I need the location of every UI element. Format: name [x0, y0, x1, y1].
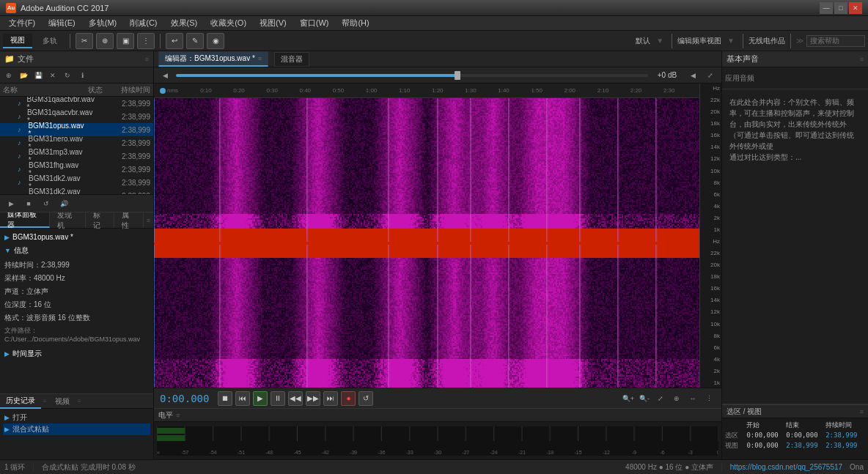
freq-label-20: 10k: [700, 321, 721, 327]
toolbar-btn2[interactable]: ⊕: [96, 33, 114, 49]
freq-label-16: 18k: [700, 273, 721, 280]
pause-btn[interactable]: ⏸: [271, 391, 285, 406]
sel-panel-header: 选区 / 视图 ≡: [722, 405, 868, 418]
close-button[interactable]: ✕: [849, 2, 862, 14]
editor-tab-main[interactable]: 编辑器：BGM31opus.wav * ≡: [158, 51, 268, 67]
left-panel: 📁 文件 ≡ ⊕ 📂 💾 ✕ ↻ ℹ 名称 状态 持续时间 ♪ BGM31qaa…: [0, 51, 154, 459]
menu-multi[interactable]: 多轨(M): [83, 16, 123, 30]
toolbar-btn4[interactable]: ⋮: [137, 33, 155, 49]
time-marker-14: 2:20: [630, 87, 663, 94]
history-label: 混合式粘贴: [12, 424, 49, 434]
freq-label-17: 16k: [700, 285, 721, 292]
vol-right-btn[interactable]: ◀: [686, 70, 699, 81]
search-input[interactable]: [806, 35, 865, 47]
time-marker-2: 0:20: [233, 87, 266, 94]
toolbar-btn7[interactable]: ◉: [207, 33, 224, 49]
prev-btn[interactable]: ⏮: [235, 391, 250, 406]
freq-label-24: 2k: [700, 368, 721, 374]
minimize-button[interactable]: —: [820, 2, 833, 14]
toolbar-btn1[interactable]: ✂: [76, 33, 93, 49]
status-url[interactable]: https://blog.csdn.net/qq_25675517: [730, 463, 842, 471]
info-samplerate-text: 采样率：48000 Hz: [4, 274, 65, 282]
freq-label-21: 8k: [700, 333, 721, 339]
tab-marks[interactable]: 标记: [86, 212, 115, 228]
toolbar-btn3[interactable]: ▣: [117, 33, 134, 49]
zoom-in-btn[interactable]: 🔍+: [622, 393, 635, 404]
tab-video[interactable]: 视频: [49, 395, 76, 408]
more-btn[interactable]: ⋮: [702, 393, 716, 404]
playhead-marker[interactable]: [160, 88, 166, 94]
toolbar-multi[interactable]: 多轨: [35, 34, 65, 48]
freq-labels: Hz22k20k18k16k14k12k10k8k6k4k2k1kHz22k20…: [699, 84, 721, 388]
file-close-btn[interactable]: ✕: [46, 70, 59, 81]
toolbar-btn5[interactable]: ↩: [166, 33, 183, 49]
next-btn[interactable]: ⏭: [323, 391, 338, 406]
volume-track[interactable]: [176, 74, 648, 77]
file-open-btn[interactable]: 📂: [17, 70, 30, 81]
expand-btn[interactable]: ⤢: [704, 70, 717, 81]
menu-help[interactable]: 帮助(H): [336, 16, 375, 30]
menu-bar: 文件(F) 编辑(E) 多轨(M) 削减(C) 效果(S) 收藏夹(O) 视图(…: [0, 16, 868, 31]
tab-history[interactable]: 历史记录: [0, 394, 41, 409]
ffwd-btn[interactable]: ▶▶: [306, 391, 320, 406]
menu-clip[interactable]: 削减(C): [124, 16, 163, 30]
stop-btn[interactable]: ⏹: [218, 391, 232, 406]
toolbar-view[interactable]: 视图: [3, 34, 32, 48]
file-save-btn[interactable]: 💾: [32, 70, 45, 81]
menu-window[interactable]: 窗口(W): [294, 16, 335, 30]
menu-view[interactable]: 视图(V): [254, 16, 293, 30]
time-marker-10: 1:40: [498, 87, 531, 94]
file-info-btn[interactable]: ℹ: [76, 70, 89, 81]
history-item-1[interactable]: ▶ 混合式粘贴: [3, 423, 150, 435]
info-duration: 持续时间：2:38,999: [4, 260, 149, 270]
zoom-out-btn[interactable]: 🔍-: [638, 393, 651, 404]
freq-label-15: 20k: [700, 262, 721, 268]
status-ona: Ona: [850, 463, 864, 471]
history-item-0[interactable]: ▶ 打开: [3, 412, 150, 423]
file-name-section[interactable]: ▶ BGM31opus.wav *: [4, 233, 149, 241]
file-new-btn[interactable]: ⊕: [2, 70, 15, 81]
zoom-fit-btn[interactable]: ⤢: [654, 393, 667, 404]
rewind-btn[interactable]: ◀◀: [288, 391, 303, 406]
maximize-button[interactable]: □: [834, 2, 847, 14]
freq-label-5: 14k: [700, 144, 721, 150]
freq-label-25: 1k: [700, 379, 721, 386]
file-icon: ♪: [18, 113, 25, 120]
file-refresh-btn[interactable]: ↻: [61, 70, 74, 81]
menu-favorites[interactable]: 收藏夹(O): [205, 16, 252, 30]
time-marker-7: 1:10: [399, 87, 432, 94]
loop-ctrl-btn[interactable]: ↺: [358, 391, 373, 406]
sel-view-start: 0:00,000: [746, 442, 786, 449]
tab-media[interactable]: 媒体面板器: [0, 212, 50, 228]
loop-file-btn[interactable]: ↺: [40, 198, 53, 210]
menu-effects[interactable]: 效果(S): [165, 16, 204, 30]
vol-left-btn[interactable]: ◀: [158, 70, 172, 81]
file-duration: 2:38,999: [111, 139, 150, 147]
zoom-sel-btn[interactable]: ⊕: [670, 393, 683, 404]
info-section-expand[interactable]: ▼ 信息: [4, 245, 149, 256]
stop-file-btn[interactable]: ■: [22, 198, 35, 210]
zoom-full-btn[interactable]: ↔: [686, 393, 699, 404]
menu-file[interactable]: 文件(F): [3, 16, 41, 30]
file-icon: ♪: [18, 152, 26, 160]
title-bar: Au Adobe Audition CC 2017 — □ ✕: [0, 0, 868, 16]
tab-effects[interactable]: 发现机: [50, 212, 86, 228]
level-meter-canvas: [157, 426, 718, 456]
play-file-btn[interactable]: ▶: [4, 198, 18, 210]
file-panel: 📁 文件 ≡ ⊕ 📂 💾 ✕ ↻ ℹ 名称 状态 持续时间 ♪ BGM31qaa…: [0, 51, 153, 212]
editor-tab-mixer[interactable]: 混音器: [274, 52, 309, 67]
file-item-7[interactable]: ♪ BGM31dk2.wav * 2:38,999: [0, 189, 153, 194]
info-tabs: 媒体面板器 发现机 标记 属性 ≡: [0, 212, 153, 229]
vol-file-btn[interactable]: 🔊: [57, 198, 70, 210]
sel-sel-duration: 2:38,999: [825, 432, 865, 439]
time-ruler: nms0:100:200:300:400:501:001:101:201:301…: [154, 84, 699, 98]
time-marker-12: 2:00: [564, 87, 597, 94]
spectrogram-canvas-container[interactable]: [154, 98, 699, 388]
play-btn[interactable]: ▶: [253, 391, 268, 406]
time-section[interactable]: ▶ 时间显示: [4, 349, 149, 359]
tab-props[interactable]: 属性: [114, 212, 144, 228]
menu-edit[interactable]: 编辑(E): [43, 16, 81, 30]
toolbar-btn6[interactable]: ✎: [186, 33, 204, 49]
status-loops: 1 循环: [4, 462, 25, 473]
record-btn[interactable]: ●: [341, 391, 356, 406]
